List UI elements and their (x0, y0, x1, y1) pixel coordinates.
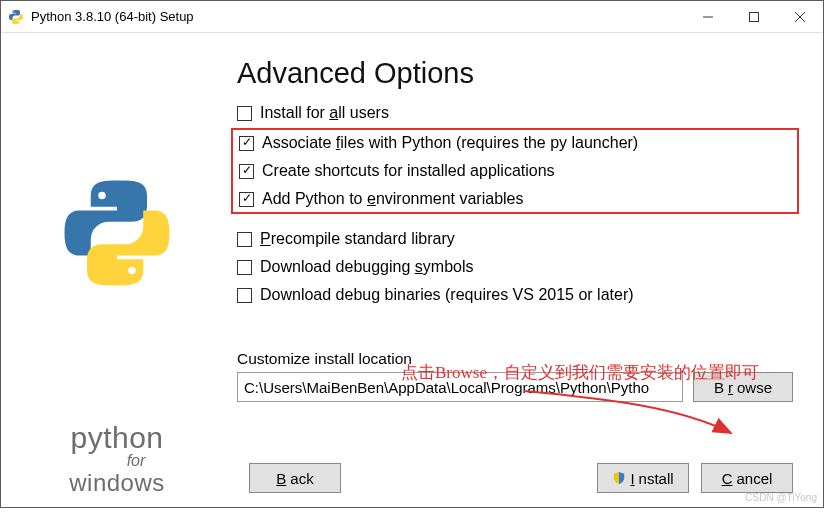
sidebar: python for windows (1, 33, 233, 507)
titlebar: Python 3.8.10 (64-bit) Setup (1, 1, 823, 33)
shield-icon (612, 471, 626, 485)
option-row-4[interactable]: Precompile standard library (237, 230, 793, 248)
option-label: Associate files with Python (requires th… (262, 134, 638, 152)
action-row: Back Install Cancel (237, 463, 793, 493)
option-row-1[interactable]: Associate files with Python (requires th… (239, 134, 791, 152)
annotation-text: 点击Browse，自定义到我们需要安装的位置即可 (401, 361, 759, 384)
checkbox-icon[interactable] (239, 164, 254, 179)
page-title: Advanced Options (237, 57, 793, 90)
option-label: Download debug binaries (requires VS 201… (260, 286, 634, 304)
option-row-5[interactable]: Download debugging symbols (237, 258, 793, 276)
checkbox-icon[interactable] (239, 192, 254, 207)
watermark: CSDN @TiYong (745, 492, 817, 503)
highlighted-options: Associate files with Python (requires th… (231, 128, 799, 214)
cancel-button[interactable]: Cancel (701, 463, 793, 493)
options-list: Install for all usersAssociate files wit… (237, 104, 793, 304)
maximize-button[interactable] (731, 1, 777, 32)
close-button[interactable] (777, 1, 823, 32)
option-row-6[interactable]: Download debug binaries (requires VS 201… (237, 286, 793, 304)
window-controls (685, 1, 823, 32)
option-row-0[interactable]: Install for all users (237, 104, 793, 122)
install-button[interactable]: Install (597, 463, 689, 493)
checkbox-icon[interactable] (237, 232, 252, 247)
installer-window: Python 3.8.10 (64-bit) Setup python (0, 0, 824, 508)
option-label: Add Python to environment variables (262, 190, 524, 208)
option-label: Install for all users (260, 104, 389, 122)
minimize-button[interactable] (685, 1, 731, 32)
checkbox-icon[interactable] (237, 288, 252, 303)
python-logo (57, 173, 177, 296)
checkbox-icon[interactable] (237, 106, 252, 121)
option-row-2[interactable]: Create shortcuts for installed applicati… (239, 162, 791, 180)
python-icon (7, 8, 25, 26)
option-label: Download debugging symbols (260, 258, 473, 276)
checkbox-icon[interactable] (237, 260, 252, 275)
window-title: Python 3.8.10 (64-bit) Setup (31, 9, 685, 24)
brand-text: python for windows (69, 422, 165, 495)
checkbox-icon[interactable] (239, 136, 254, 151)
back-button[interactable]: Back (249, 463, 341, 493)
option-label: Precompile standard library (260, 230, 455, 248)
option-row-3[interactable]: Add Python to environment variables (239, 190, 791, 208)
svg-rect-1 (750, 12, 759, 21)
main-panel: Advanced Options Install for all usersAs… (233, 33, 823, 507)
option-label: Create shortcuts for installed applicati… (262, 162, 555, 180)
